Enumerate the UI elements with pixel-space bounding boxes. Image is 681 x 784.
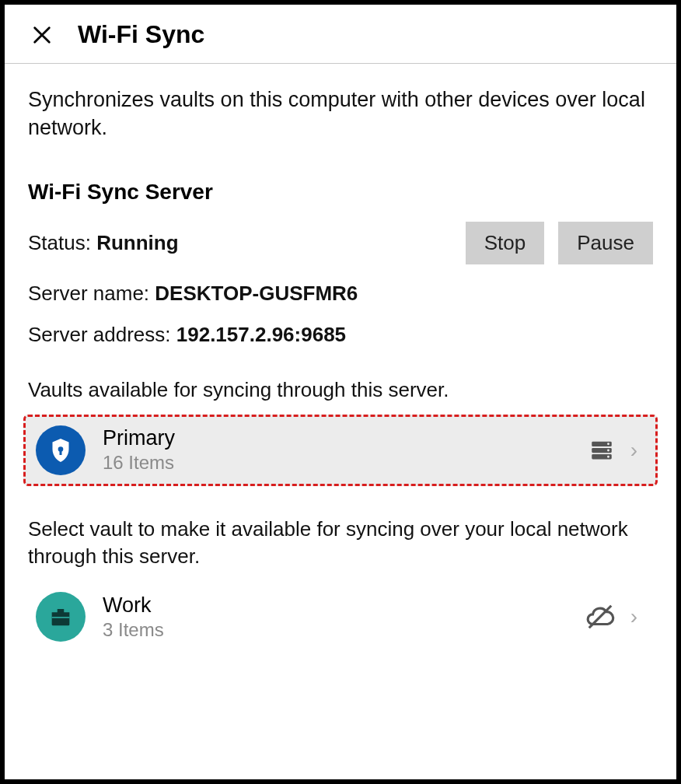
vault-primary-name: Primary [103,426,571,450]
server-name-value: DESKTOP-GUSFMR6 [155,282,358,305]
server-name-row: Server name: DESKTOP-GUSFMR6 [28,282,653,306]
content: Synchronizes vaults on this computer wit… [5,64,676,779]
header: Wi-Fi Sync [5,5,676,64]
select-vault-label: Select vault to make it available for sy… [28,516,653,570]
chevron-right-icon: › [630,438,637,463]
vault-primary-icon [36,425,86,475]
server-address-value: 192.157.2.96:9685 [176,323,346,346]
server-address-row: Server address: 192.157.2.96:9685 [28,323,653,347]
cloud-off-icon [585,602,615,632]
vault-primary-row[interactable]: Primary 16 Items › [23,415,658,486]
server-name-label: Server name: [28,282,155,305]
vault-work-name: Work [103,593,568,618]
vault-work-row[interactable]: Work 3 Items › [28,581,653,653]
stop-button[interactable]: Stop [466,222,545,264]
vault-primary-count: 16 Items [103,452,571,474]
close-icon [31,24,53,46]
status-row: Status: Running Stop Pause [28,222,653,264]
status-label: Status: [28,231,96,254]
pause-button[interactable]: Pause [558,222,653,264]
page-title: Wi-Fi Sync [78,20,204,49]
vault-primary-right: › [588,437,637,464]
vault-work-text: Work 3 Items [103,593,568,641]
server-address-label: Server address: [28,323,176,346]
close-button[interactable] [28,21,56,49]
status-line: Status: Running [28,231,179,255]
vault-work-count: 3 Items [103,619,568,641]
svg-point-6 [607,450,609,452]
section-title: Wi-Fi Sync Server [28,180,653,205]
description-text: Synchronizes vaults on this computer wit… [28,86,653,142]
svg-point-7 [607,456,609,458]
button-group: Stop Pause [466,222,653,264]
vault-work-icon [36,592,86,642]
svg-rect-1 [60,450,62,455]
wifi-sync-window: Wi-Fi Sync Synchronizes vaults on this c… [5,5,676,779]
briefcase-icon [47,604,74,630]
server-icon [588,437,615,464]
shield-lock-icon [47,436,75,464]
vaults-available-label: Vaults available for syncing through thi… [28,376,653,404]
vault-work-right: › [585,602,637,632]
svg-rect-8 [52,617,70,618]
svg-point-5 [607,443,609,445]
chevron-right-icon: › [630,604,637,629]
status-value: Running [96,231,178,254]
vault-primary-text: Primary 16 Items [103,426,571,474]
